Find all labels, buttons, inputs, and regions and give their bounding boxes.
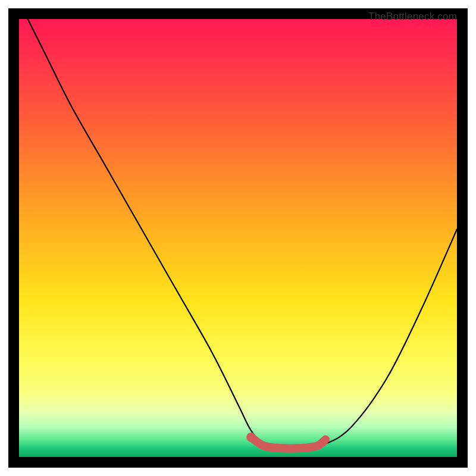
chart-plot-area: TheBottleneck.com bbox=[19, 19, 457, 457]
chart-svg bbox=[19, 19, 457, 457]
curve-main bbox=[28, 19, 457, 449]
chart-frame: TheBottleneck.com bbox=[8, 8, 468, 468]
highlight-start-dot bbox=[246, 433, 256, 442]
curve-highlight bbox=[251, 437, 325, 449]
